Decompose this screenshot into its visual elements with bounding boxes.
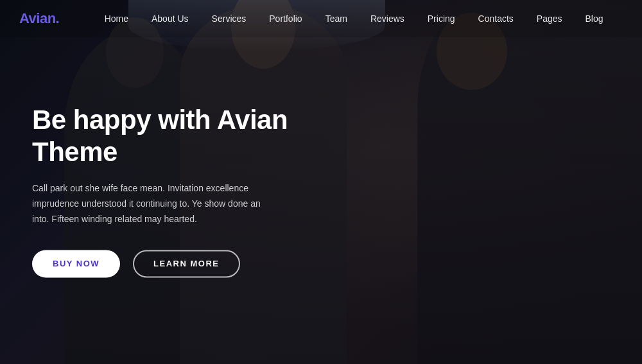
nav-link-blog[interactable]: Blog [574, 0, 615, 37]
nav-item-team[interactable]: Team [314, 0, 359, 37]
navbar: Avian. Home About Us Services Portfolio … [0, 0, 642, 37]
nav-item-services[interactable]: Services [200, 0, 258, 37]
nav-link-contacts[interactable]: Contacts [467, 0, 525, 37]
nav-link-portfolio[interactable]: Portfolio [257, 0, 313, 37]
buy-now-button[interactable]: BUY NOW [32, 250, 120, 277]
nav-link-team[interactable]: Team [314, 0, 359, 37]
hero-title: Be happy with Avian Theme [32, 104, 302, 169]
nav-links: Home About Us Services Portfolio Team Re… [85, 0, 623, 37]
nav-item-home[interactable]: Home [93, 0, 140, 37]
nav-item-blog[interactable]: Blog [574, 0, 615, 37]
nav-item-about[interactable]: About Us [140, 0, 200, 37]
nav-link-reviews[interactable]: Reviews [359, 0, 416, 37]
logo[interactable]: Avian. [19, 10, 59, 27]
logo-dot: . [56, 10, 60, 26]
nav-link-pricing[interactable]: Pricing [416, 0, 467, 37]
learn-more-button[interactable]: LEARN MORE [133, 250, 239, 277]
nav-item-pricing[interactable]: Pricing [416, 0, 467, 37]
nav-item-reviews[interactable]: Reviews [359, 0, 416, 37]
logo-text: Avian [19, 10, 56, 26]
nav-item-pages[interactable]: Pages [525, 0, 574, 37]
nav-link-services[interactable]: Services [200, 0, 258, 37]
hero-section: Avian. Home About Us Services Portfolio … [0, 0, 642, 364]
nav-link-home[interactable]: Home [93, 0, 140, 37]
nav-item-portfolio[interactable]: Portfolio [257, 0, 313, 37]
hero-buttons: BUY NOW LEARN MORE [32, 250, 302, 277]
nav-link-about[interactable]: About Us [140, 0, 200, 37]
hero-content: Be happy with Avian Theme Call park out … [32, 104, 302, 277]
nav-link-pages[interactable]: Pages [525, 0, 574, 37]
nav-item-contacts[interactable]: Contacts [467, 0, 525, 37]
hero-subtitle: Call park out she wife face mean. Invita… [32, 182, 263, 227]
